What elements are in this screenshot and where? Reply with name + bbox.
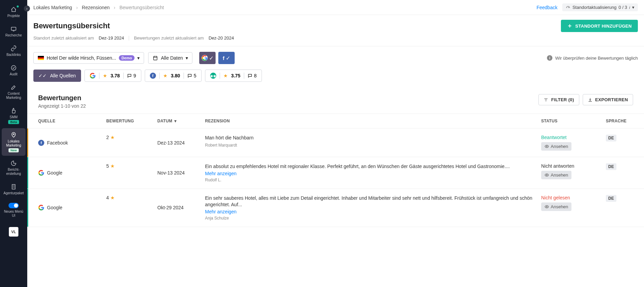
star-icon: ★	[110, 135, 115, 140]
user-avatar[interactable]: VL	[9, 227, 18, 237]
rating-number: 2	[106, 135, 109, 140]
view-button[interactable]: Ansehen	[541, 171, 571, 179]
show-more-link[interactable]: Mehr anzeigen	[205, 209, 534, 214]
source-chip-tripadvisor[interactable]: ◉◉ ★ 3.75 8	[205, 70, 262, 82]
view-button[interactable]: Ansehen	[541, 142, 571, 151]
page-title: Bewertungsübersicht	[33, 21, 110, 30]
sidebar-item-label: Neues Menü UI	[2, 210, 25, 218]
view-button[interactable]: Ansehen	[541, 202, 571, 211]
sidebar-item-label: Content Marketing	[2, 92, 25, 100]
sidebar-item-projects[interactable]: Projekte	[2, 3, 26, 21]
status-label: Nicht antworten	[541, 163, 606, 169]
review-date: Nov-13 2024	[157, 163, 205, 182]
date-range-label: Alle Daten	[161, 55, 183, 61]
new-badge: New	[9, 148, 19, 152]
column-header-rating[interactable]: BEWERTUNG	[106, 119, 157, 123]
sidebar-item-local-marketing[interactable]: Lokales Marketing New	[2, 128, 26, 156]
screen-icon	[10, 26, 17, 32]
lang-badge: DE	[606, 163, 616, 170]
status-label: Beantwortet	[541, 135, 606, 140]
location-update-label: Standortaktualisierung	[572, 5, 616, 10]
source-chip-label: Alle Quellen	[50, 73, 76, 78]
sidebar: Projekte Recherche Backlinks Audit Conte…	[0, 0, 27, 287]
source-chip-google[interactable]: ★ 3.78 9	[84, 70, 141, 82]
location-selector[interactable]: Hotel Der wilde Hirsch, Füssen... Demo ▾	[33, 52, 144, 64]
svg-point-7	[546, 206, 547, 207]
column-header-date[interactable]: DATUM ▾	[157, 119, 205, 123]
filter-icon	[544, 97, 548, 102]
show-more-link[interactable]: Mehr anzeigen	[205, 171, 534, 176]
reviews-table: QUELLE BEWERTUNG DATUM ▾ REZENSION STATU…	[27, 114, 644, 227]
sidebar-item-smm[interactable]: SMM Beta	[2, 104, 26, 127]
svg-point-1	[11, 65, 16, 70]
source-chip-facebook[interactable]: f ★ 3.80 5	[145, 70, 202, 82]
download-icon	[588, 97, 593, 102]
location-updated-date: Dez-19 2024	[99, 35, 124, 41]
sidebar-item-content[interactable]: Content Marketing	[2, 80, 26, 103]
platform-toggle-facebook[interactable]: f ✓	[218, 52, 235, 64]
section-subtitle: Angezeigt 1-10 von 22	[38, 103, 86, 109]
sidebar-item-audit[interactable]: Audit	[2, 61, 26, 80]
review-count: 8	[254, 73, 257, 78]
reviews-updated-label: Bewertungen zuletzt aktualisiert am	[134, 35, 204, 41]
source-filter-row: ✓✓ Alle Quellen ★ 3.78 9 f ★ 3.80 5	[27, 70, 644, 87]
sidebar-item-reporting[interactable]: Bericht-erstellung	[2, 156, 26, 179]
breadcrumb-item[interactable]: Lokales Marketing	[33, 5, 72, 10]
export-button[interactable]: EXPORTIEREN	[583, 94, 633, 105]
star-icon: ★	[163, 73, 168, 78]
rating-number: 5	[106, 163, 109, 169]
svg-rect-4	[154, 56, 157, 60]
sidebar-item-new-ui[interactable]: Neues Menü UI	[2, 199, 26, 221]
sidebar-item-agency[interactable]: Agenturpaket	[2, 180, 26, 199]
chevron-down-icon: ▾	[174, 119, 176, 123]
source-chip-all[interactable]: ✓✓ Alle Quellen	[33, 70, 81, 82]
location-update-badge[interactable]: Standortaktualisierung 0 / 3 i ▾	[562, 3, 638, 11]
source-name: Google	[47, 205, 62, 210]
column-header-status[interactable]: STATUS	[541, 119, 606, 123]
svg-point-5	[546, 146, 547, 147]
platform-toggle-google[interactable]: ✓	[199, 52, 216, 64]
gauge-icon	[566, 5, 570, 10]
table-row: Google 5 ★ Nov-13 2024 Ein absolut zu em…	[27, 157, 644, 189]
sidebar-item-label: Lokales Marketing	[2, 139, 25, 148]
facebook-icon: f	[38, 140, 44, 146]
add-location-button[interactable]: STANDORT HINZUFÜGEN	[561, 20, 638, 32]
lang-badge: DE	[606, 135, 616, 141]
topbar: Lokales Marketing › Rezensionen › Bewert…	[27, 0, 644, 15]
column-header-source[interactable]: QUELLE	[38, 119, 106, 123]
column-header-lang[interactable]: SPRACHE	[606, 119, 633, 123]
column-header-review[interactable]: REZENSION	[205, 119, 541, 123]
sidebar-item-research[interactable]: Recherche	[2, 22, 26, 41]
sidebar-item-label: Bericht-erstellung	[2, 168, 25, 176]
pie-chart-icon	[10, 160, 17, 167]
comment-icon	[127, 73, 132, 78]
star-icon: ★	[110, 195, 115, 200]
chevron-down-icon: ▾	[137, 55, 140, 61]
edit-icon	[10, 84, 17, 91]
filter-button[interactable]: FILTER (0)	[538, 94, 579, 105]
rating-value: 3.78	[111, 73, 120, 78]
collapse-sidebar-button[interactable]: ›	[24, 5, 30, 12]
toggle-switch-icon[interactable]	[9, 203, 19, 208]
google-icon	[90, 73, 96, 79]
facebook-icon: f	[223, 55, 224, 61]
eye-icon	[545, 144, 549, 149]
sidebar-item-backlinks[interactable]: Backlinks	[2, 42, 26, 60]
feedback-link[interactable]: Feedback	[536, 5, 557, 10]
breadcrumb-item[interactable]: Rezensionen	[82, 5, 110, 10]
svg-rect-0	[11, 27, 16, 30]
rating-value: 3.80	[171, 73, 180, 78]
review-author: Rudolf L.	[205, 178, 534, 182]
lang-badge: DE	[606, 195, 616, 202]
info-text: Wir überprüfen deine Bewertungen täglich	[555, 56, 638, 61]
sidebar-item-label: Audit	[10, 72, 18, 76]
date-range-selector[interactable]: Alle Daten ▾	[148, 52, 192, 64]
facebook-icon: f	[150, 73, 156, 79]
review-date: Okt-29 2024	[157, 195, 205, 221]
flag-de-icon	[38, 56, 44, 60]
thumbs-up-icon	[10, 107, 17, 114]
export-label: EXPORTIEREN	[595, 97, 628, 102]
star-icon: ★	[223, 73, 228, 78]
plus-icon	[567, 23, 572, 29]
location-update-count: 0 / 3	[618, 5, 627, 10]
